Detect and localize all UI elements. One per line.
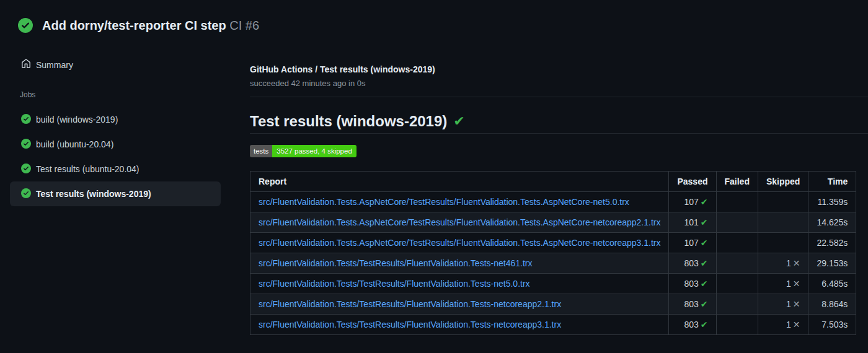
skipped-cell bbox=[758, 192, 808, 212]
passed-cell: 803✔ bbox=[669, 315, 716, 335]
run-title: Add dorny/test-reporter CI step bbox=[42, 19, 226, 32]
badge-value: 3527 passed, 4 skipped bbox=[272, 145, 356, 157]
cross-icon: ✕ bbox=[793, 279, 800, 289]
skipped-cell bbox=[758, 233, 808, 253]
result-row: src/FluentValidation.Tests/TestResults/F… bbox=[250, 274, 856, 294]
report-link[interactable]: src/FluentValidation.Tests.AspNetCore/Te… bbox=[259, 238, 660, 248]
failed-cell bbox=[716, 212, 758, 233]
passed-count: 803 bbox=[684, 279, 698, 289]
time-cell: 6.485s bbox=[808, 274, 856, 294]
column-header-passed: Passed bbox=[669, 172, 716, 192]
time-cell: 29.153s bbox=[808, 253, 856, 274]
result-row: src/FluentValidation.Tests.AspNetCore/Te… bbox=[250, 233, 856, 253]
job-label: Test results (ubuntu-20.04) bbox=[36, 164, 140, 174]
badge-label: tests bbox=[250, 145, 272, 157]
skipped-count: 1 bbox=[786, 258, 791, 268]
table-header-row: ReportPassedFailedSkippedTime bbox=[250, 172, 856, 192]
skipped-cell: 1✕ bbox=[758, 274, 808, 294]
failed-cell bbox=[716, 233, 758, 253]
report-link[interactable]: src/FluentValidation.Tests.AspNetCore/Te… bbox=[259, 217, 660, 227]
column-header-skipped: Skipped bbox=[758, 172, 808, 192]
main-content: GitHub Actions / Test results (windows-2… bbox=[250, 56, 868, 335]
check-icon: ✔ bbox=[701, 258, 708, 268]
column-header-failed: Failed bbox=[716, 172, 758, 192]
failed-cell bbox=[716, 315, 758, 335]
report-link[interactable]: src/FluentValidation.Tests/TestResults/F… bbox=[259, 279, 530, 289]
skipped-cell: 1✕ bbox=[758, 294, 808, 315]
column-header-time: Time bbox=[808, 172, 856, 192]
checks-page: Add dorny/test-reporter CI step CI #6 Su… bbox=[0, 0, 868, 353]
result-row: src/FluentValidation.Tests.AspNetCore/Te… bbox=[250, 192, 856, 212]
run-header: Add dorny/test-reporter CI step CI #6 bbox=[18, 18, 259, 33]
result-row: src/FluentValidation.Tests/TestResults/F… bbox=[250, 315, 856, 335]
check-icon: ✔ bbox=[701, 279, 708, 289]
report-link[interactable]: src/FluentValidation.Tests.AspNetCore/Te… bbox=[259, 197, 629, 207]
passed-count: 107 bbox=[684, 197, 698, 207]
test-results-table: ReportPassedFailedSkippedTime src/Fluent… bbox=[250, 171, 856, 335]
sidebar-job-item[interactable]: build (ubuntu-20.04) bbox=[10, 132, 221, 157]
report-link[interactable]: src/FluentValidation.Tests/TestResults/F… bbox=[259, 299, 561, 309]
failed-cell bbox=[716, 192, 758, 212]
divider bbox=[250, 97, 868, 97]
report-link[interactable]: src/FluentValidation.Tests/TestResults/F… bbox=[259, 320, 561, 329]
passed-cell: 803✔ bbox=[669, 294, 716, 315]
sidebar-job-item[interactable]: build (windows-2019) bbox=[10, 107, 221, 132]
cross-icon: ✕ bbox=[793, 320, 800, 329]
passed-count: 803 bbox=[684, 320, 698, 329]
tests-badge: tests 3527 passed, 4 skipped bbox=[250, 145, 356, 157]
result-row: src/FluentValidation.Tests/TestResults/F… bbox=[250, 253, 856, 274]
job-label: build (windows-2019) bbox=[36, 115, 118, 124]
report-heading-text: Test results (windows-2019) bbox=[250, 113, 447, 129]
success-check-circle-icon bbox=[18, 18, 33, 33]
jobs-list: build (windows-2019) build (ubuntu-20.04… bbox=[0, 107, 231, 206]
column-header-report: Report bbox=[250, 172, 669, 192]
job-label: Test results (windows-2019) bbox=[36, 189, 151, 199]
jobs-section-label: Jobs bbox=[0, 90, 231, 99]
result-row: src/FluentValidation.Tests/TestResults/F… bbox=[250, 294, 856, 315]
cross-icon: ✕ bbox=[793, 258, 800, 268]
sidebar-job-item[interactable]: Test results (ubuntu-20.04) bbox=[10, 157, 221, 181]
passed-cell: 803✔ bbox=[669, 253, 716, 274]
time-cell: 7.503s bbox=[808, 315, 856, 335]
skipped-cell: 1✕ bbox=[758, 253, 808, 274]
time-cell: 14.625s bbox=[808, 212, 856, 233]
skipped-cell bbox=[758, 212, 808, 233]
passed-count: 107 bbox=[684, 238, 698, 248]
skipped-count: 1 bbox=[786, 299, 791, 309]
passed-cell: 803✔ bbox=[669, 274, 716, 294]
passed-cell: 101✔ bbox=[669, 212, 716, 233]
run-status-text: succeeded 42 minutes ago in 0s bbox=[250, 79, 868, 88]
report-link[interactable]: src/FluentValidation.Tests/TestResults/F… bbox=[259, 258, 532, 268]
success-check-circle-icon bbox=[21, 188, 31, 200]
passed-cell: 107✔ bbox=[669, 233, 716, 253]
success-check-circle-icon bbox=[21, 114, 31, 126]
check-icon: ✔ bbox=[701, 217, 708, 227]
sidebar: Summary Jobs build (windows-2019) build … bbox=[0, 56, 231, 206]
check-icon: ✔ bbox=[701, 238, 708, 248]
sidebar-job-item[interactable]: Test results (windows-2019) bbox=[10, 181, 221, 206]
report-heading: Test results (windows-2019) ✔ bbox=[250, 113, 868, 129]
passed-cell: 107✔ bbox=[669, 192, 716, 212]
result-row: src/FluentValidation.Tests.AspNetCore/Te… bbox=[250, 212, 856, 233]
passed-count: 803 bbox=[684, 258, 698, 268]
sidebar-item-summary[interactable]: Summary bbox=[0, 56, 231, 74]
summary-label: Summary bbox=[36, 60, 73, 70]
check-icon: ✔ bbox=[701, 197, 708, 207]
failed-cell bbox=[716, 253, 758, 274]
run-number: CI #6 bbox=[229, 19, 259, 32]
time-cell: 11.359s bbox=[808, 192, 856, 212]
time-cell: 8.864s bbox=[808, 294, 856, 315]
divider bbox=[250, 133, 868, 134]
cross-icon: ✕ bbox=[793, 299, 800, 309]
success-check-circle-icon bbox=[21, 139, 31, 150]
passed-count: 803 bbox=[684, 299, 698, 309]
check-run-breadcrumb: GitHub Actions / Test results (windows-2… bbox=[250, 64, 868, 74]
job-label: build (ubuntu-20.04) bbox=[36, 139, 113, 149]
skipped-count: 1 bbox=[786, 320, 791, 329]
skipped-count: 1 bbox=[786, 279, 791, 289]
home-icon bbox=[21, 59, 31, 71]
passed-count: 101 bbox=[684, 217, 698, 227]
check-icon: ✔ bbox=[701, 299, 708, 309]
failed-cell bbox=[716, 274, 758, 294]
failed-cell bbox=[716, 294, 758, 315]
